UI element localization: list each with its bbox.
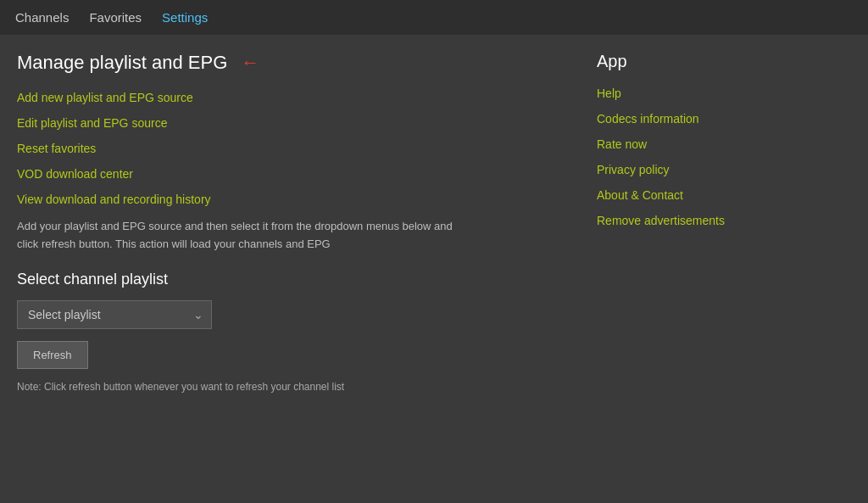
page-title-row: Manage playlist and EPG ← <box>17 52 546 74</box>
link-codecs[interactable]: Codecs information <box>597 112 851 126</box>
link-help[interactable]: Help <box>597 87 851 100</box>
main-content: Manage playlist and EPG ← Add new playli… <box>0 35 868 410</box>
playlist-dropdown-wrapper: Select playlist ⌄ <box>17 300 212 329</box>
note-text: Note: Click refresh button whenever you … <box>17 381 546 393</box>
link-view-history[interactable]: View download and recording history <box>17 193 546 206</box>
description-text: Add your playlist and EPG source and the… <box>17 218 458 254</box>
nav-favorites[interactable]: Favorites <box>89 8 142 26</box>
playlist-dropdown[interactable]: Select playlist <box>17 300 212 329</box>
app-section-title: App <box>597 52 851 71</box>
link-vod-download[interactable]: VOD download center <box>17 167 546 181</box>
right-panel: App Help Codecs information Rate now Pri… <box>580 52 851 393</box>
link-rate-now[interactable]: Rate now <box>597 137 851 151</box>
link-about-contact[interactable]: About & Contact <box>597 188 851 202</box>
link-add-playlist[interactable]: Add new playlist and EPG source <box>17 91 546 104</box>
link-edit-playlist[interactable]: Edit playlist and EPG source <box>17 116 546 130</box>
section-title: Select channel playlist <box>17 271 546 288</box>
refresh-button[interactable]: Refresh <box>17 341 88 369</box>
link-privacy-policy[interactable]: Privacy policy <box>597 163 851 176</box>
nav-channels[interactable]: Channels <box>15 8 69 26</box>
left-panel: Manage playlist and EPG ← Add new playli… <box>17 52 580 393</box>
page-title: Manage playlist and EPG <box>17 52 227 74</box>
link-remove-ads[interactable]: Remove advertisements <box>597 214 851 227</box>
nav-settings[interactable]: Settings <box>162 8 208 26</box>
arrow-right-icon: ← <box>241 52 259 74</box>
link-reset-favorites[interactable]: Reset favorites <box>17 142 546 155</box>
top-nav: Channels Favorites Settings <box>0 0 868 35</box>
